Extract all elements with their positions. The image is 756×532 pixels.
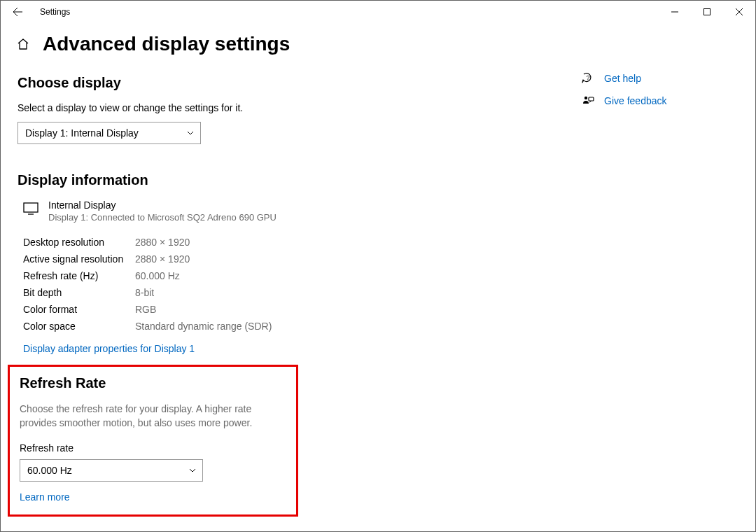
prop-key: Active signal resolution bbox=[23, 251, 135, 267]
learn-more-link[interactable]: Learn more bbox=[20, 491, 70, 503]
titlebar: Settings bbox=[1, 1, 755, 23]
table-row: Bit depth8-bit bbox=[23, 284, 272, 301]
help-icon: ? bbox=[582, 72, 594, 85]
minimize-button[interactable] bbox=[659, 1, 691, 23]
minimize-icon bbox=[671, 8, 678, 15]
window-controls bbox=[659, 1, 755, 23]
svg-rect-0 bbox=[704, 9, 710, 15]
maximize-button[interactable] bbox=[691, 1, 723, 23]
display-info-header: Internal Display Display 1: Connected to… bbox=[23, 200, 564, 223]
home-button[interactable] bbox=[16, 37, 30, 51]
feedback-icon bbox=[582, 94, 594, 107]
arrow-left-icon bbox=[12, 6, 23, 18]
get-help-row: ? Get help bbox=[582, 72, 667, 85]
home-icon bbox=[16, 37, 30, 51]
prop-key: Desktop resolution bbox=[23, 234, 135, 251]
back-button[interactable] bbox=[1, 1, 34, 23]
display-name: Internal Display bbox=[48, 200, 276, 211]
svg-rect-4 bbox=[589, 97, 594, 101]
refresh-rate-field-label: Refresh rate bbox=[20, 442, 286, 454]
display-properties-table: Desktop resolution2880 × 1920 Active sig… bbox=[23, 234, 272, 335]
maximize-icon bbox=[704, 8, 710, 15]
close-button[interactable] bbox=[723, 1, 755, 23]
chevron-down-icon bbox=[186, 129, 195, 137]
prop-key: Refresh rate (Hz) bbox=[23, 267, 135, 284]
display-selector-value: Display 1: Internal Display bbox=[25, 127, 139, 139]
choose-display-heading: Choose display bbox=[18, 75, 564, 91]
adapter-properties-link[interactable]: Display adapter properties for Display 1 bbox=[23, 343, 195, 354]
table-row: Active signal resolution2880 × 1920 bbox=[23, 251, 272, 267]
table-row: Refresh rate (Hz)60.000 Hz bbox=[23, 267, 272, 284]
close-icon bbox=[736, 8, 743, 15]
refresh-rate-heading: Refresh Rate bbox=[20, 375, 286, 391]
help-sidebar: ? Get help Give feedback bbox=[582, 72, 667, 117]
give-feedback-link[interactable]: Give feedback bbox=[604, 95, 667, 106]
table-row: Color spaceStandard dynamic range (SDR) bbox=[23, 318, 272, 335]
display-selector-dropdown[interactable]: Display 1: Internal Display bbox=[18, 122, 201, 144]
choose-display-instruction: Select a display to view or change the s… bbox=[18, 102, 564, 113]
table-row: Desktop resolution2880 × 1920 bbox=[23, 234, 272, 251]
get-help-link[interactable]: Get help bbox=[604, 73, 641, 84]
page-title: Advanced display settings bbox=[43, 33, 290, 55]
svg-rect-1 bbox=[24, 203, 38, 212]
prop-value: RGB bbox=[135, 301, 272, 318]
refresh-rate-description: Choose the refresh rate for your display… bbox=[20, 402, 286, 430]
monitor-icon bbox=[23, 202, 38, 216]
prop-key: Bit depth bbox=[23, 284, 135, 301]
display-subtitle: Display 1: Connected to Microsoft SQ2 Ad… bbox=[48, 212, 276, 223]
window-title: Settings bbox=[34, 7, 70, 17]
svg-point-3 bbox=[584, 97, 587, 99]
display-info-heading: Display information bbox=[18, 172, 564, 188]
refresh-rate-dropdown[interactable]: 60.000 Hz bbox=[20, 459, 203, 482]
refresh-rate-section: Refresh Rate Choose the refresh rate for… bbox=[8, 365, 298, 517]
prop-value: 8-bit bbox=[135, 284, 272, 301]
prop-value: 2880 × 1920 bbox=[135, 251, 272, 267]
prop-key: Color format bbox=[23, 301, 135, 318]
refresh-rate-value: 60.000 Hz bbox=[27, 465, 72, 476]
prop-key: Color space bbox=[23, 318, 135, 335]
svg-text:?: ? bbox=[586, 74, 589, 81]
give-feedback-row: Give feedback bbox=[582, 94, 667, 107]
table-row: Color formatRGB bbox=[23, 301, 272, 318]
prop-value: 60.000 Hz bbox=[135, 267, 272, 284]
page-header: Advanced display settings bbox=[18, 33, 564, 55]
prop-value: 2880 × 1920 bbox=[135, 234, 272, 251]
chevron-down-icon bbox=[188, 466, 197, 475]
prop-value: Standard dynamic range (SDR) bbox=[135, 318, 272, 335]
